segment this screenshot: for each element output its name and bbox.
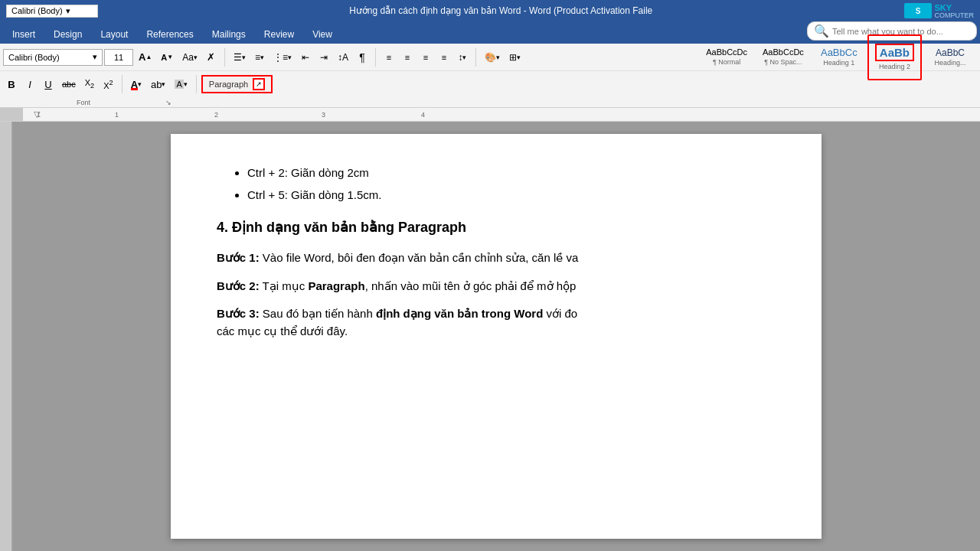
align-left-icon: ≡ — [387, 53, 391, 62]
font-shrink-button[interactable]: A▼ — [157, 49, 177, 66]
style-h2-label: Heading 2 — [879, 63, 910, 70]
tab-mailings[interactable]: Mailings — [203, 25, 255, 44]
tab-insert[interactable]: Insert — [3, 25, 44, 44]
multi-arrow: ▾ — [288, 54, 292, 61]
style-nospace[interactable]: AaBbCcDc ¶ No Spac... — [756, 34, 811, 80]
style-h1-preview: AaBbCc — [821, 47, 858, 57]
sky-logo-icon: S — [904, 3, 932, 18]
paragraph-dialog-button[interactable]: ↗ — [253, 78, 265, 90]
decrease-indent-button[interactable]: ⇤ — [297, 49, 314, 66]
align-center-button[interactable]: ≡ — [399, 49, 416, 66]
paragraph-1: Bước 1: Vào file Word, bôi đen đoạn văn … — [217, 249, 760, 267]
app-window: Calibri (Body) ▾ Hướng dẫn cách định dạn… — [0, 0, 980, 551]
clear-formatting-button[interactable]: ✗ — [203, 49, 220, 66]
increase-indent-button[interactable]: ⇥ — [315, 49, 332, 66]
para2-bold-text: Tại mục — [260, 279, 309, 292]
bullet-arrow: ▾ — [242, 54, 246, 61]
style-normal-preview: AaBbCcDc — [706, 48, 747, 57]
increase-indent-icon: ⇥ — [320, 52, 328, 63]
title-bar-left: Calibri (Body) ▾ — [6, 5, 98, 18]
para3-bold-text: định dạng văn bản trong Word — [376, 307, 543, 320]
style-heading2[interactable]: AaBb Heading 2 — [867, 34, 922, 80]
separator-4 — [122, 75, 122, 93]
line-spacing-button[interactable]: ↕▾ — [454, 49, 471, 66]
style-heading3[interactable]: AaBbC Heading... — [923, 34, 977, 80]
tab-review[interactable]: Review — [255, 25, 303, 44]
align-center-icon: ≡ — [405, 53, 410, 62]
align-right-button[interactable]: ≡ — [417, 49, 434, 66]
bullet-list-button[interactable]: ☰▾ — [230, 49, 250, 66]
tab-references[interactable]: References — [137, 25, 202, 44]
tab-layout[interactable]: Layout — [91, 25, 137, 44]
list-item-2-text: Ctrl + 5: Giãn dòng 1.5cm. — [247, 188, 382, 201]
font-color-button[interactable]: A ▾ — [127, 76, 145, 93]
sky-brand-text: SKY COMPUTER — [935, 2, 975, 19]
bold-button[interactable]: B — [3, 76, 20, 93]
style-h2-preview: AaBb — [875, 44, 914, 61]
section-heading: 4. Định dạng văn bản bằng Paragraph — [217, 218, 760, 237]
font-name-text: Calibri (Body) — [8, 53, 60, 62]
left-ruler — [0, 122, 12, 551]
font-grow-button[interactable]: A▲ — [135, 49, 155, 66]
list-item-2: Ctrl + 5: Giãn dòng 1.5cm. — [247, 187, 760, 203]
font-group-label: Font — [3, 99, 164, 106]
num-arrow: ▾ — [260, 54, 264, 61]
ruler-indent-marker[interactable]: ▽ — [34, 109, 40, 119]
ruler-content: 1 1 2 3 4 ▽ — [15, 108, 965, 121]
char-shade-icon: A — [175, 80, 183, 89]
style-normal[interactable]: AaBbCcDc ¶ Normal — [699, 34, 754, 80]
para1-text: Vào file Word, bôi đen đoạn văn bản cần … — [260, 251, 579, 264]
para2-text: , nhấn vào mũi tên ở góc phải để mở hộp — [365, 279, 577, 292]
paragraph-group: Paragraph ↗ — [201, 75, 273, 93]
shading-button[interactable]: 🎨▾ — [481, 49, 504, 66]
paragraph-2: Bước 2: Tại mục Paragraph, nhấn vào mũi … — [217, 278, 760, 295]
font-size-input[interactable] — [104, 49, 133, 66]
char-shading-button[interactable]: A ▾ — [171, 76, 191, 93]
highlight-icon: ab — [151, 79, 162, 90]
font-name-button[interactable]: Calibri (Body) ▾ — [3, 49, 103, 66]
para3-text3: các mục cụ thể dưới đây. — [217, 324, 348, 337]
change-case-button[interactable]: Aa▾ — [178, 49, 201, 66]
separator-5 — [196, 75, 197, 93]
style-nospace-preview: AaBbCcDc — [763, 48, 804, 57]
sky-logo: S SKY COMPUTER — [904, 2, 975, 19]
char-shade-arrow: ▾ — [184, 80, 188, 88]
print-label — [0, 122, 6, 128]
font-selector-titlebar[interactable]: Calibri (Body) ▾ — [6, 5, 98, 18]
tab-design[interactable]: Design — [44, 25, 91, 44]
borders-arrow: ▾ — [517, 54, 521, 61]
align-left-button[interactable]: ≡ — [381, 49, 397, 66]
decrease-indent-icon: ⇤ — [302, 52, 309, 63]
italic-button[interactable]: I — [21, 76, 38, 93]
justify-button[interactable]: ≡ — [436, 49, 452, 66]
justify-icon: ≡ — [442, 53, 446, 62]
separator-1 — [224, 48, 225, 67]
doc-area: Ctrl + 2: Giãn dòng 2cm Ctrl + 5: Giãn d… — [12, 122, 980, 551]
tab-view[interactable]: View — [303, 25, 341, 44]
multilevel-list-button[interactable]: ⋮≡▾ — [270, 49, 296, 66]
list-item-1: Ctrl + 2: Giãn dòng 2cm — [247, 165, 760, 181]
font-color-icon: A — [131, 79, 138, 90]
font-dropdown-icon: ▾ — [93, 52, 97, 62]
para2-bold-word: Paragraph — [308, 279, 364, 292]
text-highlight-button[interactable]: ab ▾ — [147, 76, 169, 93]
borders-button[interactable]: ⊞▾ — [505, 49, 524, 66]
ruler: 1 1 2 3 4 ▽ — [0, 108, 980, 122]
numbered-list-icon: ≡ — [255, 52, 260, 63]
numbered-list-button[interactable]: ≡▾ — [251, 49, 268, 66]
font-shrink-icon: A — [161, 53, 167, 62]
ruler-mark-1: 1 — [115, 111, 119, 119]
separator-3 — [475, 48, 476, 67]
sort-button[interactable]: ↕A — [334, 49, 352, 66]
superscript-button[interactable]: X2 — [100, 76, 116, 93]
strikethrough-button[interactable]: abc — [58, 76, 80, 93]
list-item-1-text: Ctrl + 2: Giãn dòng 2cm — [247, 166, 369, 179]
separator-2 — [375, 48, 376, 67]
underline-button[interactable]: U — [40, 76, 57, 93]
subscript-button[interactable]: X2 — [81, 76, 98, 93]
ruler-mark-3: 3 — [322, 111, 325, 119]
shading-icon: 🎨 — [485, 52, 496, 63]
style-heading1[interactable]: AaBbCc Heading 1 — [812, 34, 866, 80]
ruler-mark-4: 4 — [421, 111, 425, 119]
show-marks-button[interactable]: ¶ — [354, 49, 371, 66]
